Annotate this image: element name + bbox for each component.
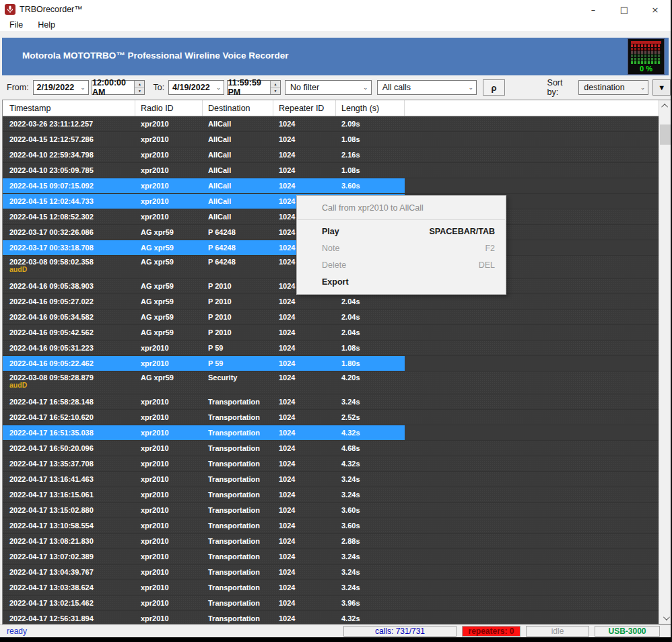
- cell-radio-id: AG xpr59: [135, 313, 203, 321]
- table-row[interactable]: 2022-04-15 12:12:57.286xpr2010AllCall102…: [3, 132, 659, 147]
- column-header-repeater-id[interactable]: Repeater ID: [273, 100, 336, 116]
- table-body: 2022-03-26 23:11:12.257xpr2010AllCall102…: [3, 116, 671, 625]
- chevron-down-icon[interactable]: ⌄: [213, 84, 224, 91]
- sort-by-label: Sort by:: [547, 78, 575, 97]
- cell-destination: Transportation: [203, 599, 273, 607]
- to-date-select[interactable]: 4/19/2022 ⌄: [168, 80, 224, 95]
- table-row[interactable]: 2022-04-10 23:05:09.785xpr2010AllCall102…: [3, 163, 659, 178]
- cell-timestamp: 2022-04-10 22:59:34.798: [3, 151, 135, 159]
- table-row[interactable]: 2022-04-15 09:07:15.092xpr2010AllCall102…: [3, 178, 659, 194]
- cell-length: 4.32s: [336, 429, 405, 437]
- cell-repeater-id: 1024: [273, 120, 336, 128]
- column-header-destination[interactable]: Destination: [203, 100, 273, 116]
- table-row[interactable]: 2022-03-08 09:58:28.879audDAG xpr59Secur…: [3, 371, 659, 394]
- cell-radio-id: xpr2010: [135, 413, 203, 421]
- chevron-down-icon[interactable]: ⌄: [637, 84, 648, 91]
- filter-select[interactable]: No filter ⌄: [285, 80, 372, 95]
- context-menu: Call from xpr2010 to AllCall PlaySPACEBA…: [296, 195, 506, 295]
- cell-radio-id: AG xpr59: [135, 228, 203, 236]
- close-button[interactable]: ×: [640, 0, 671, 19]
- cell-repeater-id: 1024: [273, 413, 336, 421]
- vertical-scrollbar[interactable]: [659, 100, 671, 624]
- table-row[interactable]: 2022-04-17 13:10:58.554xpr2010Transporta…: [3, 518, 659, 534]
- cell-destination: Transportation: [203, 398, 273, 406]
- column-header-radio-id[interactable]: Radio ID: [135, 100, 203, 116]
- to-time-spinner[interactable]: 11:59:59 PM ▲ ▼: [227, 80, 281, 95]
- cell-radio-id: xpr2010: [135, 213, 203, 221]
- cell-radio-id: AG xpr59: [135, 244, 203, 252]
- table-row[interactable]: 2022-04-17 13:08:21.830xpr2010Transporta…: [3, 534, 659, 549]
- table-row[interactable]: 2022-04-17 13:02:15.462xpr2010Transporta…: [3, 596, 659, 611]
- column-header-length[interactable]: Length (s): [336, 100, 405, 116]
- table-row[interactable]: 2022-04-17 13:04:39.767xpr2010Transporta…: [3, 565, 659, 580]
- cell-repeater-id: 1024: [273, 151, 336, 159]
- window-title: TRBOrecorder™: [20, 5, 83, 14]
- maximize-button[interactable]: □: [609, 0, 640, 19]
- table-row[interactable]: 2022-04-17 16:50:20.096xpr2010Transporta…: [3, 441, 659, 456]
- menu-file[interactable]: File: [5, 20, 27, 30]
- table-row[interactable]: 2022-04-16 09:05:22.462xpr2010P 5910241.…: [3, 356, 659, 371]
- expand-filters-button[interactable]: ▼: [652, 79, 671, 96]
- cell-timestamp: 2022-04-16 09:05:27.022: [3, 297, 135, 306]
- table-row[interactable]: 2022-04-16 09:05:42.562AG xpr59P 2010102…: [3, 325, 659, 341]
- cell-repeater-id: 1024: [273, 506, 336, 514]
- audio-level-meter: 0 %: [628, 38, 665, 75]
- table-row[interactable]: 2022-04-17 13:03:38.624xpr2010Transporta…: [3, 580, 659, 596]
- spin-up-icon[interactable]: ▲: [135, 81, 144, 88]
- cell-repeater-id: 1024: [273, 522, 336, 530]
- cell-length: 2.09s: [336, 120, 405, 128]
- context-menu-item-play[interactable]: PlaySPACEBAR/TAB: [297, 223, 506, 240]
- cell-length: 1.08s: [336, 344, 405, 352]
- table-row[interactable]: 2022-04-17 13:35:37.708xpr2010Transporta…: [3, 456, 659, 472]
- chevron-down-icon[interactable]: ⌄: [77, 84, 88, 91]
- chevron-down-icon[interactable]: ⌄: [360, 84, 371, 91]
- chevron-down-icon[interactable]: ⌄: [465, 84, 476, 91]
- call-type-select[interactable]: All calls ⌄: [377, 80, 477, 95]
- column-header-timestamp[interactable]: Timestamp: [3, 100, 135, 116]
- table-row[interactable]: 2022-04-17 16:52:10.620xpr2010Transporta…: [3, 410, 659, 425]
- table-row[interactable]: 2022-04-17 16:58:28.148xpr2010Transporta…: [3, 394, 659, 410]
- cell-length: 3.24s: [336, 398, 405, 406]
- spin-up-icon[interactable]: ▲: [271, 81, 280, 88]
- cell-radio-id: xpr2010: [135, 182, 203, 190]
- minimize-button[interactable]: –: [578, 0, 609, 19]
- table-row[interactable]: 2022-04-16 09:05:31.223xpr2010P 5910241.…: [3, 341, 659, 356]
- scroll-up-button[interactable]: [659, 100, 671, 112]
- from-time-spinner[interactable]: 12:00:00 AM ▲ ▼: [92, 80, 145, 95]
- scroll-down-button[interactable]: [659, 612, 671, 624]
- from-date-select[interactable]: 2/19/2022 ⌄: [33, 80, 89, 95]
- cell-destination: AllCall: [203, 151, 273, 159]
- context-menu-item-export[interactable]: Export: [297, 273, 506, 290]
- cell-radio-id: xpr2010: [135, 614, 203, 622]
- cell-timestamp: 2022-04-15 09:07:15.092: [3, 182, 135, 190]
- menu-help[interactable]: Help: [34, 20, 59, 30]
- spin-down-icon[interactable]: ▼: [271, 88, 280, 95]
- cell-repeater-id: 1024: [273, 614, 336, 622]
- table-row[interactable]: 2022-04-17 13:16:41.463xpr2010Transporta…: [3, 472, 659, 487]
- cell-radio-id: xpr2010: [135, 151, 203, 159]
- table-row[interactable]: 2022-04-16 09:05:34.582AG xpr59P 2010102…: [3, 310, 659, 325]
- table-row[interactable]: 2022-04-17 13:07:02.389xpr2010Transporta…: [3, 549, 659, 565]
- cell-destination: Transportation: [203, 522, 273, 530]
- spin-down-icon[interactable]: ▼: [135, 88, 144, 95]
- menu-item-shortcut: SPACEBAR/TAB: [430, 227, 495, 236]
- table-row[interactable]: 2022-04-10 22:59:34.798xpr2010AllCall102…: [3, 147, 659, 163]
- cell-length: 4.32s: [336, 614, 405, 622]
- menu-item-label: Export: [322, 277, 349, 287]
- status-calls-count: calls: 731/731: [343, 626, 457, 637]
- cell-destination: AllCall: [203, 166, 273, 174]
- table-row[interactable]: 2022-04-17 13:15:02.880xpr2010Transporta…: [3, 503, 659, 518]
- scrollbar-thumb[interactable]: [660, 124, 671, 145]
- cell-radio-id: xpr2010: [135, 166, 203, 174]
- table-row[interactable]: 2022-03-26 23:11:12.257xpr2010AllCall102…: [3, 116, 659, 132]
- table-row[interactable]: 2022-04-17 16:51:35.038xpr2010Transporta…: [3, 425, 659, 441]
- table-row[interactable]: 2022-04-16 09:05:27.022AG xpr59P 2010102…: [3, 294, 659, 310]
- search-button[interactable]: ρ: [483, 79, 504, 96]
- table-row[interactable]: 2022-04-17 12:56:31.894xpr2010Transporta…: [3, 611, 659, 625]
- filter-toolbar: From: 2/19/2022 ⌄ 12:00:00 AM ▲ ▼ To: 4/…: [0, 75, 671, 100]
- table-row[interactable]: 2022-04-17 13:16:15.061xpr2010Transporta…: [3, 487, 659, 503]
- cell-destination: Transportation: [203, 506, 273, 514]
- status-device-label: USB-3000: [595, 626, 660, 637]
- sort-select[interactable]: destination ⌄: [578, 80, 648, 95]
- cell-destination: Transportation: [203, 413, 273, 421]
